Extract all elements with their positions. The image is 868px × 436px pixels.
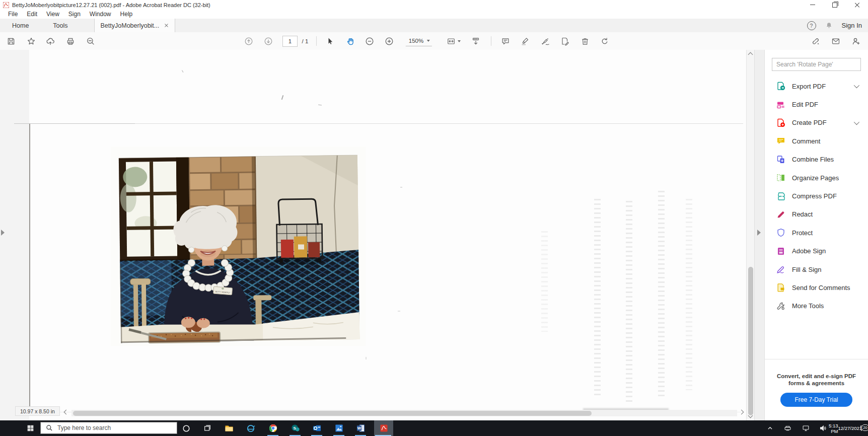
menu-view[interactable]: View — [42, 11, 64, 18]
select-tool-icon[interactable] — [326, 37, 334, 45]
email-icon[interactable] — [831, 37, 840, 46]
vertical-scrollbar[interactable] — [746, 50, 754, 420]
taskbar-icon-acrobat[interactable] — [374, 420, 393, 436]
vertical-scrollbar-thumb[interactable] — [748, 267, 753, 415]
horizontal-scrollbar[interactable] — [71, 410, 737, 416]
save-icon[interactable] — [7, 37, 16, 45]
zoom-level-value: 150% — [409, 38, 423, 44]
previous-page-icon[interactable] — [244, 37, 253, 46]
send-comments-icon — [776, 283, 785, 292]
tools-panel: Export PDF Edit PDF Create PDF Comment C… — [764, 50, 868, 420]
taskbar-icon-internet-explorer[interactable] — [242, 420, 260, 436]
minimize-button[interactable] — [802, 0, 824, 10]
taskbar-icon-photos[interactable] — [330, 420, 348, 436]
tool-item-protect[interactable]: Protect — [772, 224, 861, 242]
star-bookmark-icon[interactable] — [27, 37, 36, 45]
taskbar-icon-file-explorer[interactable] — [220, 420, 238, 436]
compress-pdf-icon — [776, 192, 785, 201]
close-button[interactable] — [846, 0, 868, 10]
restore-button[interactable] — [824, 0, 846, 10]
next-page-icon[interactable] — [264, 37, 273, 46]
notification-count-badge: 20 — [861, 424, 868, 431]
tools-panel-collapse-arrow[interactable] — [757, 230, 761, 236]
horizontal-scrollbar-thumb[interactable] — [73, 411, 592, 416]
start-button[interactable] — [21, 420, 39, 436]
cloud-upload-icon[interactable] — [46, 37, 55, 46]
scroll-right-arrow[interactable] — [739, 410, 744, 415]
highlight-tool-icon[interactable] — [521, 37, 530, 46]
tool-item-compress-pdf[interactable]: Compress PDF — [772, 187, 861, 205]
tools-search-input[interactable] — [772, 58, 861, 71]
tray-chevron-up-icon[interactable] — [767, 420, 773, 436]
zoom-in-icon[interactable] — [385, 37, 394, 46]
left-panel-expand-arrow[interactable] — [1, 230, 5, 236]
page-left-edge — [29, 124, 30, 408]
task-view-icon[interactable] — [198, 420, 216, 436]
document-size-value: 10.97 x 8.50 in — [20, 408, 55, 414]
hand-tool-icon[interactable] — [346, 37, 355, 46]
more-tools-wrench-icon — [776, 302, 785, 311]
tool-item-redact[interactable]: Redact — [772, 205, 861, 224]
tab-close-icon[interactable] — [164, 23, 169, 28]
tool-item-organize-pages[interactable]: Organize Pages — [772, 169, 861, 187]
page-top-edge-dark — [14, 123, 135, 124]
tool-item-create-pdf[interactable]: Create PDF — [772, 114, 861, 132]
cortana-icon[interactable] — [177, 420, 195, 436]
zoom-out-icon[interactable] — [365, 37, 374, 46]
add-contact-icon[interactable] — [851, 37, 860, 46]
chevron-down-icon[interactable] — [854, 83, 859, 88]
tool-item-comment[interactable]: Comment — [772, 132, 861, 150]
menu-window[interactable]: Window — [85, 11, 116, 18]
print-icon[interactable] — [66, 37, 75, 45]
fit-width-dropdown[interactable] — [447, 37, 461, 46]
taskbar-search-box[interactable]: Type here to search — [40, 422, 177, 434]
clock-time: 5:13 PM — [829, 423, 838, 434]
rotate-pages-icon[interactable] — [600, 37, 609, 46]
notifications-bell-icon[interactable] — [825, 22, 833, 29]
scroll-left-arrow[interactable] — [64, 410, 69, 415]
tool-item-edit-pdf[interactable]: Edit PDF — [772, 95, 861, 113]
help-icon[interactable]: ? — [807, 21, 816, 30]
promo-line-2: forms & agreements — [765, 380, 868, 387]
document-viewer[interactable]: BETTY MOBERLY — [0, 50, 746, 420]
tool-item-more-tools[interactable]: More Tools — [772, 297, 861, 315]
windows-taskbar: Type here to search S W — [0, 420, 868, 436]
page-number-input[interactable] — [282, 36, 298, 47]
taskbar-icon-word[interactable]: W — [351, 420, 370, 436]
free-trial-button[interactable]: Free 7-Day Trial — [780, 393, 852, 407]
tool-item-export-pdf[interactable]: Export PDF — [772, 77, 861, 95]
taskbar-icon-chrome[interactable] — [264, 420, 282, 436]
tab-home[interactable]: Home — [0, 19, 41, 32]
comment-tool-icon[interactable] — [501, 37, 510, 45]
tab-tools[interactable]: Tools — [41, 19, 80, 32]
page-display-icon[interactable] — [471, 37, 480, 46]
taskbar-icon-outlook[interactable] — [308, 420, 326, 436]
edit-page-tool-icon[interactable] — [560, 37, 569, 46]
action-center-icon[interactable]: 20 — [859, 420, 867, 436]
panel-promo-section: Convert, edit and e-sign PDF forms & agr… — [765, 359, 868, 407]
tool-item-combine-files[interactable]: Combine Files — [772, 151, 861, 169]
menu-edit[interactable]: Edit — [22, 11, 42, 18]
tool-item-adobe-sign[interactable]: Adobe Sign — [772, 242, 861, 260]
tool-item-send-for-comments[interactable]: Send for Comments — [772, 278, 861, 297]
search-icon[interactable] — [86, 37, 95, 46]
tab-document[interactable]: BettyJoMoberlyobit... — [94, 19, 176, 32]
tray-network-icon[interactable] — [802, 420, 810, 436]
tray-volume-icon[interactable] — [819, 420, 827, 436]
taskbar-clock[interactable]: 5:13 PM 12/27/2021 — [829, 420, 857, 436]
menu-help[interactable]: Help — [116, 11, 137, 18]
delete-pages-icon[interactable] — [581, 37, 590, 45]
chevron-down-icon[interactable] — [854, 119, 859, 125]
zoom-level-dropdown[interactable]: 150% — [406, 36, 432, 46]
menu-file[interactable]: File — [4, 11, 22, 18]
acrobat-app-icon — [3, 2, 9, 8]
menu-sign[interactable]: Sign — [64, 11, 85, 18]
clock-date: 12/27/2021 — [838, 425, 862, 431]
tray-device-icon[interactable] — [784, 420, 791, 436]
taskbar-icon-sharepoint[interactable]: S — [286, 420, 304, 436]
sign-tool-icon[interactable] — [541, 37, 550, 46]
share-link-icon[interactable] — [811, 37, 820, 46]
tool-item-fill-sign[interactable]: Fill & Sign — [772, 260, 861, 278]
scroll-up-arrow[interactable] — [748, 52, 753, 57]
sign-in-button[interactable]: Sign In — [842, 22, 862, 29]
